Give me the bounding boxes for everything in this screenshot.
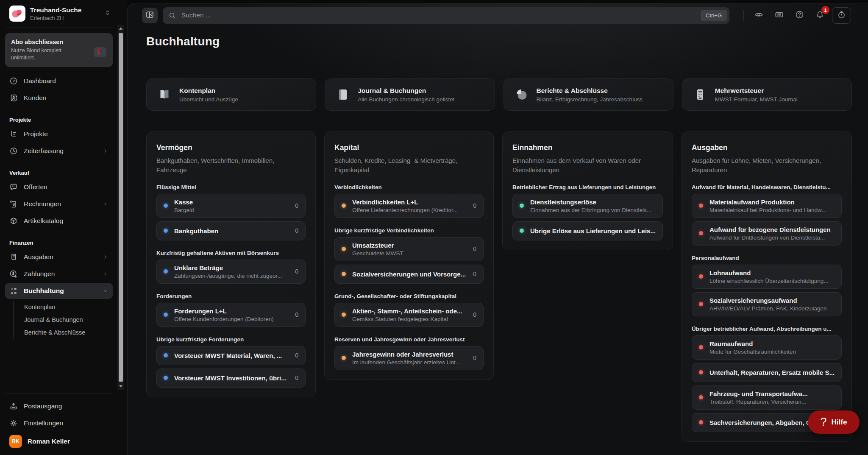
keyboard-button[interactable] — [771, 7, 787, 23]
account-group-label: Grund-, Gesellschafter- oder Stiftungska… — [334, 293, 484, 299]
account-row-unterhalt-reparaturen-ersatz-mobile-s[interactable]: Unterhalt, Reparaturen, Ersatz mobile S.… — [692, 363, 842, 382]
account-group: Betrieblicher Ertrag aus Lieferungen und… — [512, 184, 663, 240]
account-row-übrige-erlöse-aus-lieferungen-und-leis[interactable]: Übrige Erlöse aus Lieferungen und Leis..… — [512, 221, 663, 240]
search-icon — [168, 11, 176, 20]
sidebar-item-dashboard[interactable]: Dashboard — [5, 73, 113, 89]
sidebar-item-zahlungen[interactable]: Zahlungen — [5, 266, 113, 282]
scroll-down-icon[interactable] — [119, 385, 122, 388]
sidebar-subitem-berichte-abschlüsse[interactable]: Berichte & Abschlüsse — [24, 326, 113, 339]
account-name: Vorsteuer MWST Investitionen, übri... — [174, 374, 289, 382]
question-button[interactable] — [791, 7, 807, 23]
category-subtitle: Bankguthaben, Wertschriften, Immobilien,… — [156, 156, 306, 175]
promo-text: Nutze Blond komplett unlimitiert. — [11, 47, 75, 61]
account-group-label: Übriger betrieblicher Aufwand, Abschreib… — [692, 326, 842, 332]
category-title: Einnahmen — [512, 143, 663, 152]
account-balance: 0 — [473, 355, 476, 361]
account-row-kasse[interactable]: Kasse Bargeld 0 — [156, 194, 306, 218]
account-row-forderungen-l-l[interactable]: Forderungen L+L Offene Kundenforderungen… — [156, 303, 306, 327]
payment-icon — [9, 270, 18, 278]
timer-button[interactable] — [832, 7, 851, 24]
eye-button[interactable] — [751, 7, 767, 23]
account-group: Flüssige Mittel Kasse Bargeld 0 Bankguth… — [156, 184, 306, 240]
account-description: Miete für Geschäftsräumlichkeiten — [709, 349, 835, 355]
sidebar-subitem-kontenplan[interactable]: Kontenplan — [24, 301, 113, 313]
org-switcher[interactable]: Treuhand-Suche Erlenbach ZH — [5, 0, 113, 28]
account-description: Materialeinkauf bei Produktions- und Han… — [709, 207, 835, 213]
sidebar-scrollbar[interactable] — [117, 25, 124, 390]
account-row-verbindlichkeiten-l-l[interactable]: Verbindlichkeiten L+L Offene Lieferanten… — [334, 194, 484, 218]
account-row-aktien-stamm-anteilschein-ode[interactable]: Aktien-, Stamm-, Anteilschein- ode... Ge… — [334, 303, 484, 327]
help-button[interactable]: ? Hilfe — [808, 410, 860, 434]
account-balance: 0 — [473, 311, 476, 318]
sidebar-item-einstellungen[interactable]: Einstellungen — [5, 415, 113, 431]
account-dot-icon — [699, 204, 703, 208]
account-balance: 0 — [473, 271, 476, 277]
search-bar[interactable]: Ctrl+G — [163, 7, 729, 24]
account-row-sozialversicherungen-und-vorsorge[interactable]: Sozialversicherungen und Vorsorge... 0 — [334, 265, 484, 284]
account-row-umsatzsteuer[interactable]: Umsatzsteuer Geschuldete MWST 0 — [334, 237, 484, 261]
account-row-dienstleistungserlöse[interactable]: Dienstleistungserlöse Einnahmen aus der … — [512, 194, 663, 218]
account-dot-icon — [164, 229, 168, 233]
account-name: Verbindlichkeiten L+L — [352, 198, 467, 206]
account-name: Bankguthaben — [174, 227, 289, 234]
account-row-vorsteuer-mwst-investitionen-übri[interactable]: Vorsteuer MWST Investitionen, übri... 0 — [156, 368, 306, 388]
shortcut-subtitle: Übersicht und Auszüge — [179, 96, 238, 103]
sidebar-divider — [5, 28, 113, 28]
blond-cube-icon — [93, 46, 107, 60]
account-dot-icon — [164, 204, 168, 208]
account-dot-icon — [699, 370, 703, 374]
user-menu[interactable]: RK Roman Keller — [5, 432, 113, 451]
org-location: Erlenbach ZH — [30, 15, 81, 21]
account-row-aufwand-für-bezogene-dienstleistungen[interactable]: Aufwand für bezogene Dienstleistungen Au… — [692, 221, 842, 246]
account-row-sozialversicherungsaufwand[interactable]: Sozialversicherungsaufwand AHV/IV/EO/ALV… — [692, 292, 842, 316]
account-description: Bargeld — [174, 207, 289, 213]
sidebar-item-artikelkatalog[interactable]: Artikelkatalog — [5, 213, 113, 229]
scrollbar-thumb[interactable] — [119, 33, 123, 382]
account-row-jahresgewinn-oder-jahresverlust[interactable]: Jahresgewinn oder Jahresverlust Im laufe… — [334, 346, 484, 370]
subscription-promo-card[interactable]: Abo abschliessen Nutze Blond komplett un… — [5, 33, 113, 67]
account-row-materialaufwand-produktion[interactable]: Materialaufwand Produktion Materialeinka… — [692, 194, 842, 218]
account-row-bankguthaben[interactable]: Bankguthaben 0 — [156, 221, 306, 240]
bell-button[interactable]: 1 — [812, 7, 828, 23]
account-dot-icon — [164, 353, 168, 357]
account-group: Grund-, Gesellschafter- oder Stiftungska… — [334, 293, 484, 327]
search-shortcut-badge: Ctrl+G — [701, 10, 727, 21]
sidebar-section-finanzen: Finanzen — [9, 240, 113, 246]
sidebar-item-zeiterfassung[interactable]: Zeiterfassung — [5, 143, 113, 159]
account-row-vorsteuer-mwst-material-waren[interactable]: Vorsteuer MWST Material, Waren, ... 0 — [156, 346, 306, 365]
sidebar-nav: Dashboard Kunden Projekte Projekte Zeite… — [5, 73, 113, 339]
shortcut-card-journal-buchungen[interactable]: Journal & Buchungen Alle Buchungen chron… — [325, 78, 495, 111]
sidebar-submenu: KontenplanJournal & BuchungenBerichte & … — [13, 301, 113, 339]
account-dot-icon — [699, 345, 703, 349]
search-input[interactable] — [163, 11, 729, 19]
sidebar-subitem-journal-buchungen[interactable]: Journal & Buchungen — [24, 313, 113, 326]
sidebar-item-offerten[interactable]: Offerten — [5, 179, 113, 195]
shortcut-subtitle: Bilanz, Erfolgsrechnung, Jahresabschluss — [537, 96, 643, 103]
org-logo-icon — [9, 6, 25, 22]
sidebar-item-projekte[interactable]: Projekte — [5, 126, 113, 142]
avatar: RK — [9, 435, 22, 448]
account-group-label: Aufwand für Material, Handelswaren, Dien… — [692, 184, 842, 190]
chevron-right-icon — [103, 148, 108, 154]
account-balance: 0 — [295, 352, 298, 359]
collapse-sidebar-button[interactable] — [142, 8, 158, 23]
question-icon: ? — [821, 416, 827, 428]
shortcut-card-mehrwertsteuer[interactable]: Mehrwertsteuer MWST-Formular, MWST-Journ… — [682, 78, 852, 111]
sidebar-item-kunden[interactable]: Kunden — [5, 90, 113, 106]
account-row-unklare-beträge[interactable]: Unklare Beträge Zahlungsein-/ausgänge, d… — [156, 260, 306, 284]
sidebar-item-ausgaben[interactable]: Ausgaben — [5, 249, 113, 265]
sidebar-item-postausgang[interactable]: Postausgang — [5, 398, 113, 414]
page-content: Buchhaltung Kontenplan Übersicht und Aus… — [128, 35, 868, 442]
shortcut-card-kontenplan[interactable]: Kontenplan Übersicht und Auszüge — [146, 78, 316, 111]
account-row-fahrzeug-und-transportaufwa[interactable]: Fahrzeug- und Transportaufwa... Treibsto… — [692, 385, 842, 410]
sidebar-item-buchhaltung[interactable]: Buchhaltung — [5, 283, 113, 299]
scroll-up-icon[interactable] — [119, 27, 122, 30]
shortcut-card-berichte-abschlüsse[interactable]: Berichte & Abschlüsse Bilanz, Erfolgsrec… — [504, 78, 673, 111]
account-row-lohnaufwand[interactable]: Lohnaufwand Löhne einschliesslich Überze… — [692, 265, 842, 289]
account-row-raumaufwand[interactable]: Raumaufwand Miete für Geschäftsräumlichk… — [692, 335, 842, 360]
account-description: AHV/IV/EO/ALV-Prämien, FAK, Kinderzulage… — [709, 305, 835, 312]
account-group: Kurzfristig gehaltene Aktiven mit Börsen… — [156, 250, 306, 284]
notification-badge: 1 — [821, 6, 829, 14]
category-card-ausgaben: Ausgaben Ausgaben für Löhne, Mieten, Ver… — [682, 131, 852, 442]
sidebar-item-rechnungen[interactable]: Rechnungen — [5, 196, 113, 212]
